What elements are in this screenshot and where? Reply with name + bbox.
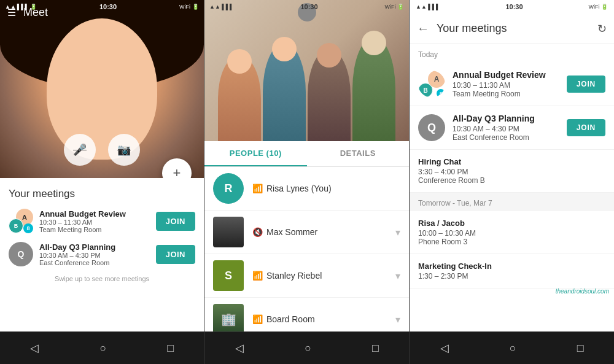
screen3-risa-jacob: Risa / Jacob 10:00 – 10:30 AM Phone Room… (410, 211, 614, 254)
screen3-meeting1-room: Team Meeting Room (453, 90, 567, 98)
tab-details[interactable]: DETAILS (307, 141, 410, 166)
home-nav-icon-3[interactable]: ○ (510, 342, 516, 355)
avatar-secondary-1: B (9, 219, 23, 233)
person3-head (317, 43, 341, 68)
marketing-name: Marketing Check-In (418, 261, 605, 271)
screen3-time: 10:30 (505, 3, 523, 10)
recents-nav-icon-3[interactable]: □ (577, 342, 584, 355)
wifi-icon-right: WiFi (179, 4, 190, 10)
avatar-letter-2: Q (427, 122, 436, 134)
boardroom-photo: 🏢 (213, 304, 244, 331)
battery-right-icon: 🔋 (192, 4, 199, 10)
person-row-boardroom: 🏢 📶 Board Room ▾ (204, 298, 409, 331)
screen1-time: 10:30 (99, 3, 117, 10)
person2-head (272, 37, 297, 61)
video-off-icon: 📷 (117, 143, 131, 157)
screen3-join-button-1[interactable]: JOIN (567, 76, 605, 93)
avatar-letter-stanley: S (225, 269, 232, 282)
back-nav-icon-1[interactable]: ◁ (30, 341, 39, 355)
meeting2-name: All-Day Q3 Planning (39, 242, 156, 252)
nav-bar-screen2: ◁ ○ □ (204, 331, 410, 364)
person-row-stanley: S 📶 Stanley Riebel ▾ (204, 254, 409, 298)
person4-head (362, 31, 386, 55)
hiring-chat-name: Hiring Chat (418, 157, 605, 166)
tab-people[interactable]: PEOPLE (10) (204, 141, 307, 166)
screen3-meeting1-time: 10:30 – 11:30 AM (453, 81, 567, 90)
screen1-meeting-item-1: A B 8 Annual Budget Review 10:30 – 11:30… (9, 209, 195, 233)
avatar-badge-1: 8 (23, 223, 33, 233)
mic-muted-icon-max: 🔇 (252, 227, 263, 237)
person-name-boardroom: Board Room (266, 314, 395, 324)
screen1-meet-home: ▲▲ ▌▌▌ 🔋 10:30 WiFi 🔋 ☰ Meet 🎤 (0, 0, 204, 331)
conference-scene (204, 31, 409, 141)
meeting2-join-button[interactable]: JOIN (156, 245, 195, 264)
mute-button[interactable]: 🎤 (64, 134, 96, 166)
screen3-signal: ▲▲ ▌▌▌ (416, 4, 440, 10)
person-name-risa: Risa Lynes (You) (266, 184, 400, 193)
hiring-chat-room: Conference Room B (418, 176, 605, 185)
meeting1-room: Team Meeting Room (39, 226, 156, 233)
screen2-signal: ▲▲ ▌▌▌ (209, 4, 233, 10)
plus-icon: + (173, 165, 181, 178)
meetings-section-title: Your meetings (9, 188, 195, 200)
person4-silhouette (352, 37, 395, 141)
refresh-button[interactable]: ↻ (597, 22, 607, 36)
screen3-meeting1-info: Annual Budget Review 10:30 – 11:30 AM Te… (453, 70, 567, 98)
person-row-max: 🔇 Max Sommer ▾ (204, 211, 409, 254)
screen3-battery: WiFi 🔋 (589, 4, 608, 10)
screen2-time: 10:30 (300, 3, 317, 10)
chevron-down-icon-stanley: ▾ (395, 270, 400, 282)
recents-nav-icon-1[interactable]: □ (167, 342, 174, 355)
hiring-chat-time: 3:30 – 4:00 PM (418, 168, 605, 176)
screen3-join-button-2[interactable]: JOIN (567, 119, 605, 136)
meeting1-name: Annual Budget Review (39, 209, 156, 219)
home-nav-icon-2[interactable]: ○ (305, 342, 311, 355)
screen1-meeting1-avatar: A B 8 (9, 209, 33, 233)
swipe-hint: Swipe up to see more meetings (9, 275, 195, 282)
video-toggle-button[interactable]: 📷 (108, 134, 140, 166)
screen1-meetings-section: Your meetings A B 8 Annual Budget Review… (0, 178, 204, 331)
chevron-down-icon-max: ▾ (395, 227, 400, 238)
screen2-meeting-people: ▲▲ ▌▌▌ 10:30 WiFi 🔋 (204, 0, 410, 331)
screen3-meeting-card-2: Q All-Day Q3 Planning 10:30 AM – 4:30 PM… (410, 106, 614, 150)
screen3-meeting-card-1: A B 8 Annual Budget Review 10:30 – 11:30… (410, 63, 614, 106)
avatar-badge-card-1: 8 (437, 89, 445, 98)
person-row-risa: R 📶 Risa Lynes (You) (204, 167, 409, 211)
screen3-today-label: Today (410, 44, 614, 63)
back-nav-icon-3[interactable]: ◁ (440, 341, 449, 355)
marketing-time: 1:30 – 2:30 PM (418, 272, 605, 281)
back-nav-icon-2[interactable]: ◁ (235, 341, 244, 355)
screen1-meeting2-avatar: Q (9, 242, 33, 266)
screen3-page-title: Your meetings (437, 22, 597, 35)
screen3-avatar-2: Q (418, 114, 445, 141)
person-avatar-stanley: S (213, 260, 244, 291)
risa-jacob-time: 10:00 – 10:30 AM (418, 229, 605, 238)
chevron-down-icon-boardroom: ▾ (395, 314, 400, 325)
meeting1-join-button[interactable]: JOIN (156, 212, 195, 231)
person-name-max: Max Sommer (266, 227, 395, 237)
screen3-status-bar: ▲▲ ▌▌▌ 10:30 WiFi 🔋 (410, 0, 614, 14)
screen3-marketing: Marketing Check-In 1:30 – 2:30 PM (410, 254, 614, 288)
max-photo (213, 217, 244, 247)
screen3-tomorrow-label: Tomorrow - Tue, Mar 7 (410, 193, 614, 211)
mic-icon-boardroom: 📶 (252, 314, 263, 324)
risa-jacob-room: Phone Room 3 (418, 238, 605, 246)
nav-bar-screen1: ◁ ○ □ (0, 331, 204, 364)
screen3-meeting2-time: 10:30 AM – 4:30 PM (453, 125, 567, 133)
screen3-avatar-1: A B 8 (418, 71, 445, 98)
meeting1-time: 10:30 – 11:30 AM (39, 219, 156, 226)
battery-icon: 🔋 (30, 4, 37, 10)
screen3-meeting1-name: Annual Budget Review (453, 70, 567, 80)
screen2-battery: WiFi 🔋 (385, 4, 405, 10)
screen1-meeting-item-2: Q All-Day Q3 Planning 10:30 AM – 4:30 PM… (9, 242, 195, 266)
mic-icon-stanley: 📶 (252, 271, 263, 281)
navigation-bars-container: ◁ ○ □ ◁ ○ □ ◁ ○ □ (0, 331, 614, 364)
recents-nav-icon-2[interactable]: □ (372, 342, 379, 355)
meeting2-time: 10:30 AM – 4:30 PM (39, 252, 156, 259)
back-button[interactable]: ← (417, 21, 429, 36)
watermark: theandroidsoul.com (556, 288, 609, 295)
home-nav-icon-1[interactable]: ○ (99, 342, 106, 355)
people-list: R 📶 Risa Lynes (You) 🔇 Max Sommer ▾ (204, 167, 409, 331)
person-avatar-risa: R (213, 173, 244, 204)
screen1-meeting2-info: All-Day Q3 Planning 10:30 AM – 4:30 PM E… (39, 242, 156, 266)
